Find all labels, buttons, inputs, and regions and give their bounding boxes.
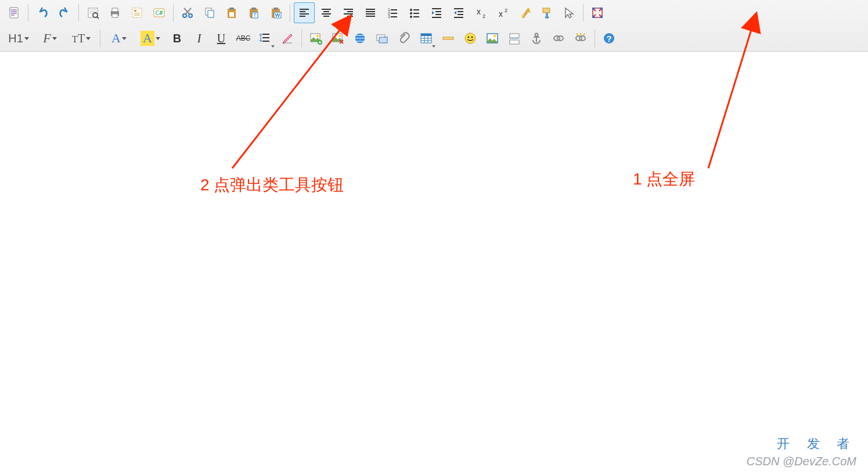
preview-button[interactable] [82,2,103,23]
annotation-label-left: 2 点弹出类工具按钮 [200,174,344,196]
separator [595,30,595,47]
bold-label: B [173,32,181,45]
unordered-list-button[interactable] [404,2,425,23]
template-button[interactable] [127,2,147,23]
font-size-dropdown[interactable]: TT [66,28,96,49]
svg-rect-5 [112,14,118,17]
svg-point-54 [494,35,496,37]
svg-text:x: x [477,7,481,16]
subscript-button[interactable]: x2 [470,2,491,23]
heading-dropdown[interactable]: H1 [3,28,34,49]
page-break-button[interactable] [504,28,525,49]
svg-rect-22 [273,8,278,10]
special-char-button[interactable] [482,28,503,49]
paste-button[interactable] [221,2,242,23]
cut-button[interactable] [177,2,198,23]
strike-button[interactable]: ABC [233,28,254,49]
svg-rect-49 [443,37,453,39]
anchor-button[interactable] [526,28,547,49]
separator [290,4,290,21]
unlink-button[interactable] [570,28,591,49]
forecolor-dropdown[interactable]: A [104,28,134,49]
svg-text:3: 3 [388,15,390,19]
link-button[interactable] [548,28,569,49]
superscript-button[interactable]: x2 [492,2,513,23]
svg-text:W: W [275,12,280,18]
align-justify-button[interactable] [360,2,381,23]
backcolor-dropdown[interactable]: A [135,28,165,49]
svg-rect-46 [379,37,387,43]
align-right-button[interactable] [338,2,359,23]
svg-point-50 [465,33,476,44]
svg-rect-13 [208,10,214,17]
paste-text-button[interactable]: T [243,2,264,23]
outdent-button[interactable] [448,2,469,23]
indent-button[interactable] [426,2,447,23]
svg-text:x: x [499,9,503,19]
svg-text:?: ? [606,34,611,44]
svg-text:T: T [253,12,257,18]
paste-word-button[interactable]: W [265,2,286,23]
separator [173,4,174,21]
remove-format-button[interactable] [277,28,298,49]
underline-label: U [217,32,225,45]
image-button[interactable] [305,28,326,49]
editor-toolbar: C# T W 123 [0,0,868,52]
font-family-dropdown[interactable]: F [35,28,65,49]
source-button[interactable] [3,2,24,23]
svg-point-28 [410,9,412,11]
svg-point-43 [338,35,341,37]
watermark-line1: 开 发 者 [747,435,856,453]
svg-rect-0 [10,8,18,18]
forecolor-label: A [111,31,121,46]
fullscreen-button[interactable] [587,2,608,23]
ordered-list-button[interactable]: 123 [382,2,403,23]
watermark-line2: CSDN @DevZe.CoM [747,453,856,469]
svg-rect-15 [229,8,234,10]
separator [78,4,79,21]
format-painter-button[interactable] [536,2,557,23]
print-button[interactable] [105,2,125,23]
separator [28,4,28,21]
separator [100,30,100,47]
backcolor-label: A [141,31,154,46]
italic-button[interactable]: I [189,28,210,49]
redo-button[interactable] [54,2,75,23]
svg-text:C#: C# [155,9,163,17]
about-button[interactable]: ? [599,28,620,49]
chevron-down-icon [24,37,29,40]
editor-content-area[interactable] [0,56,868,474]
chevron-down-icon [271,45,275,48]
line-height-button[interactable] [255,28,276,49]
media-button[interactable] [350,28,370,49]
chevron-down-icon [156,37,160,40]
hr-button[interactable] [438,28,459,49]
flash-button[interactable] [327,28,348,49]
svg-rect-6 [132,8,142,17]
chevron-down-icon [52,37,57,40]
font-size-label: T [78,32,85,45]
svg-rect-56 [510,34,519,38]
align-center-button[interactable] [316,2,337,23]
font-family-label: F [43,31,51,46]
svg-point-52 [471,37,473,38]
align-left-button[interactable] [294,2,315,23]
clear-format-button[interactable] [514,2,535,23]
undo-button[interactable] [32,2,53,23]
toolbar-row-2: H1 F TT A A B I U ABC [0,26,868,51]
svg-point-29 [410,12,412,15]
svg-rect-57 [510,40,519,44]
bold-button[interactable]: B [167,28,188,49]
table-button[interactable] [416,28,437,49]
svg-point-40 [316,35,319,37]
separator [583,4,584,21]
select-button[interactable] [559,2,579,23]
svg-rect-48 [421,34,431,36]
emoticon-button[interactable] [460,28,481,49]
svg-text:2: 2 [505,8,507,13]
copy-button[interactable] [199,2,220,23]
underline-button[interactable]: U [211,28,232,49]
code-button[interactable]: C# [149,2,170,23]
remote-image-button[interactable] [372,28,392,49]
attachment-button[interactable] [394,28,415,49]
